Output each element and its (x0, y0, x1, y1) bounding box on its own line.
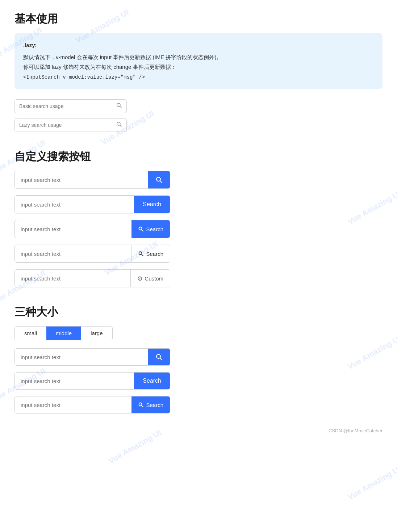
svg-line-3 (120, 125, 121, 126)
svg-line-13 (142, 406, 143, 407)
search-outline-button-1[interactable]: Search (131, 245, 170, 262)
size-search-blue-text-button[interactable]: Search (134, 373, 170, 389)
size-section: 三种大小 small middle large Search (14, 305, 383, 413)
search-blue-icon-button-1[interactable] (148, 171, 170, 188)
size-search-row-2: Search (14, 372, 170, 390)
basic-search-field-1[interactable] (19, 103, 116, 109)
svg-line-1 (120, 106, 121, 108)
custom-search-field-3[interactable] (15, 220, 131, 238)
custom-search-row-2: Search (14, 195, 170, 213)
custom-search-row-4: Search (14, 245, 170, 263)
custom-search-field-1[interactable] (15, 171, 148, 188)
custom-search-row-1 (14, 171, 170, 189)
custom-search-field-5[interactable] (15, 270, 130, 287)
basic-search-input-2 (14, 118, 127, 132)
size-search-field-3[interactable] (15, 396, 131, 413)
custom-search-row-5: ⊘ Custom (14, 269, 170, 287)
size-toggle-group: small middle large (14, 326, 113, 340)
basic-usage-section: 基本使用 .lazy: 默认情况下，v-model 会在每次 input 事件后… (14, 12, 383, 132)
size-search-row-1 (14, 348, 170, 366)
size-search-blue-icon-text-button[interactable]: Search (131, 396, 170, 413)
search-blue-text-button-1[interactable]: Search (134, 196, 170, 213)
svg-line-11 (160, 358, 162, 360)
basic-usage-title: 基本使用 (14, 12, 383, 26)
search-icon-1[interactable] (116, 103, 122, 110)
basic-search-group (14, 99, 383, 132)
info-box-line2: 你可以添加 lazy 修饰符来改为在每次 change 事件后更新数据： (23, 62, 374, 72)
custom-search-row-3: Search (14, 220, 170, 238)
basic-search-field-2[interactable] (19, 122, 116, 128)
svg-line-5 (160, 181, 162, 183)
search-blue-icon-text-button-1[interactable]: Search (131, 220, 170, 238)
toggle-small[interactable]: small (15, 327, 46, 340)
search-outline-label-1: Search (146, 251, 163, 257)
search-icon-text-label-1: Search (146, 226, 163, 232)
size-search-row-3: Search (14, 396, 170, 413)
info-box-label: .lazy: (23, 40, 374, 50)
svg-line-7 (142, 230, 143, 231)
size-section-title: 三种大小 (14, 305, 383, 320)
size-search-icon-text-label: Search (146, 402, 163, 408)
size-search-text-label: Search (143, 378, 161, 384)
size-search-field-2[interactable] (15, 373, 134, 389)
size-search-blue-icon-button[interactable] (148, 349, 170, 365)
custom-search-field-2[interactable] (15, 196, 134, 213)
svg-line-9 (142, 254, 143, 256)
custom-button-label: Custom (145, 275, 163, 282)
basic-search-input-1 (14, 99, 127, 113)
custom-button-section: 自定义搜索按钮 Search (14, 149, 383, 287)
svg-point-12 (139, 403, 142, 406)
footer-text: CSDN @theMuseCatcher (329, 428, 383, 433)
circle-slash-icon: ⊘ (137, 275, 142, 282)
custom-icon-button-1[interactable]: ⊘ Custom (130, 270, 170, 287)
custom-button-group: Search Search Search (14, 171, 383, 287)
toggle-middle[interactable]: middle (46, 327, 81, 340)
info-box-line1: 默认情况下，v-model 会在每次 input 事件后更新数据 (IME 拼字… (23, 52, 374, 62)
size-search-field-1[interactable] (15, 349, 148, 365)
info-box: .lazy: 默认情况下，v-model 会在每次 input 事件后更新数据 … (14, 33, 383, 89)
custom-search-field-4[interactable] (15, 245, 131, 262)
custom-button-title: 自定义搜索按钮 (14, 149, 383, 164)
footer: CSDN @theMuseCatcher (14, 428, 383, 433)
search-icon-2[interactable] (116, 121, 122, 129)
size-search-group: Search Search (14, 348, 383, 413)
svg-point-6 (139, 227, 142, 230)
info-box-code: <InputSearch v-model:value.lazy="msg" /> (23, 72, 374, 82)
toggle-large[interactable]: large (81, 327, 112, 340)
svg-point-8 (139, 252, 142, 255)
